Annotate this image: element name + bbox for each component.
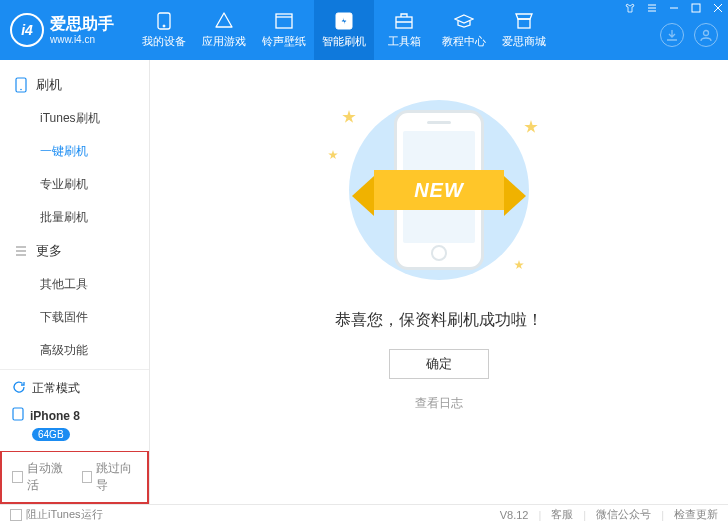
sidebar-item-other-tools[interactable]: 其他工具 — [0, 268, 149, 301]
success-illustration: NEW — [324, 90, 554, 290]
nav-toolbox[interactable]: 工具箱 — [374, 0, 434, 60]
checkbox-label: 自动激活 — [27, 460, 68, 494]
app-header: i4 爱思助手 www.i4.cn 我的设备 应用游戏 铃声壁纸 智能刷机 工具… — [0, 0, 728, 60]
device-name: iPhone 8 — [30, 409, 80, 423]
wallpaper-icon — [274, 12, 294, 30]
svg-rect-10 — [13, 408, 23, 420]
confirm-button[interactable]: 确定 — [389, 349, 489, 379]
version-label: V8.12 — [500, 509, 529, 521]
success-message: 恭喜您，保资料刷机成功啦！ — [335, 310, 543, 331]
sidebar-item-itunes-flash[interactable]: iTunes刷机 — [0, 102, 149, 135]
checkbox-box-icon — [82, 471, 93, 483]
sidebar-status: 正常模式 iPhone 8 64GB — [0, 369, 149, 451]
mode-row[interactable]: 正常模式 — [12, 380, 137, 397]
sidebar-item-oneclick-flash[interactable]: 一键刷机 — [0, 135, 149, 168]
footer-right: V8.12 | 客服 | 微信公众号 | 检查更新 — [500, 507, 718, 522]
main-content: NEW 恭喜您，保资料刷机成功啦！ 确定 查看日志 — [150, 60, 728, 504]
skip-guide-checkbox[interactable]: 跳过向导 — [82, 460, 138, 494]
window-controls — [620, 0, 728, 16]
nav-apps[interactable]: 应用游戏 — [194, 0, 254, 60]
sidebar-group-label: 更多 — [36, 242, 62, 260]
sidebar-menu: 刷机 iTunes刷机 一键刷机 专业刷机 批量刷机 更多 其他工具 下载固件 … — [0, 60, 149, 369]
close-icon[interactable] — [708, 0, 728, 16]
toolbox-icon — [394, 12, 414, 30]
checkbox-label: 跳过向导 — [96, 460, 137, 494]
device-row[interactable]: iPhone 8 — [12, 407, 137, 424]
refresh-icon — [12, 380, 26, 397]
svg-rect-6 — [518, 19, 530, 28]
brand-url: www.i4.cn — [50, 34, 114, 46]
sidebar-group-label: 刷机 — [36, 76, 62, 94]
ribbon-text: NEW — [374, 170, 504, 210]
header-right — [660, 13, 718, 47]
phone-icon — [14, 78, 28, 92]
logo-icon: i4 — [10, 13, 44, 47]
tutorial-icon — [454, 12, 474, 30]
block-itunes-checkbox[interactable]: 阻止iTunes运行 — [10, 507, 103, 522]
nav-flash[interactable]: 智能刷机 — [314, 0, 374, 60]
flash-options-highlight: 自动激活 跳过向导 — [0, 451, 149, 504]
more-icon — [14, 244, 28, 258]
brand-logo[interactable]: i4 爱思助手 www.i4.cn — [10, 13, 114, 47]
checkbox-box-icon — [12, 471, 23, 483]
svg-point-2 — [163, 25, 165, 27]
brand-name: 爱思助手 — [50, 14, 114, 33]
download-button[interactable] — [660, 23, 684, 47]
apps-icon — [214, 12, 234, 30]
sidebar: 刷机 iTunes刷机 一键刷机 专业刷机 批量刷机 更多 其他工具 下载固件 … — [0, 60, 150, 504]
flash-icon — [334, 12, 354, 30]
svg-rect-0 — [692, 4, 700, 12]
view-log-link[interactable]: 查看日志 — [415, 395, 463, 412]
brand-text: 爱思助手 www.i4.cn — [50, 14, 114, 45]
minimize-icon[interactable] — [664, 0, 684, 16]
main-nav: 我的设备 应用游戏 铃声壁纸 智能刷机 工具箱 教程中心 爱思商城 — [134, 0, 554, 60]
sidebar-group-flash[interactable]: 刷机 — [0, 68, 149, 102]
sidebar-item-download-fw[interactable]: 下载固件 — [0, 301, 149, 334]
wechat-link[interactable]: 微信公众号 — [596, 507, 651, 522]
sidebar-item-batch-flash[interactable]: 批量刷机 — [0, 201, 149, 234]
sidebar-group-more[interactable]: 更多 — [0, 234, 149, 268]
auto-activate-checkbox[interactable]: 自动激活 — [12, 460, 68, 494]
new-ribbon: NEW — [349, 165, 529, 215]
checkbox-box-icon — [10, 509, 22, 521]
device-icon — [12, 407, 24, 424]
user-button[interactable] — [694, 23, 718, 47]
storage-badge: 64GB — [32, 428, 70, 441]
nav-tutorial[interactable]: 教程中心 — [434, 0, 494, 60]
menu-icon[interactable] — [642, 0, 662, 16]
support-link[interactable]: 客服 — [551, 507, 573, 522]
store-icon — [514, 12, 534, 30]
sidebar-item-pro-flash[interactable]: 专业刷机 — [0, 168, 149, 201]
nav-my-device[interactable]: 我的设备 — [134, 0, 194, 60]
nav-store[interactable]: 爱思商城 — [494, 0, 554, 60]
nav-ringtones[interactable]: 铃声壁纸 — [254, 0, 314, 60]
mode-label: 正常模式 — [32, 380, 80, 397]
sidebar-item-advanced[interactable]: 高级功能 — [0, 334, 149, 367]
device-icon — [154, 12, 174, 30]
tshirt-icon[interactable] — [620, 0, 640, 16]
checkbox-label: 阻止iTunes运行 — [26, 507, 103, 522]
status-bar: 阻止iTunes运行 V8.12 | 客服 | 微信公众号 | 检查更新 — [0, 504, 728, 524]
maximize-icon[interactable] — [686, 0, 706, 16]
check-update-link[interactable]: 检查更新 — [674, 507, 718, 522]
app-body: 刷机 iTunes刷机 一键刷机 专业刷机 批量刷机 更多 其他工具 下载固件 … — [0, 60, 728, 504]
svg-point-9 — [20, 89, 22, 91]
svg-point-7 — [704, 31, 709, 36]
svg-rect-3 — [276, 14, 292, 28]
